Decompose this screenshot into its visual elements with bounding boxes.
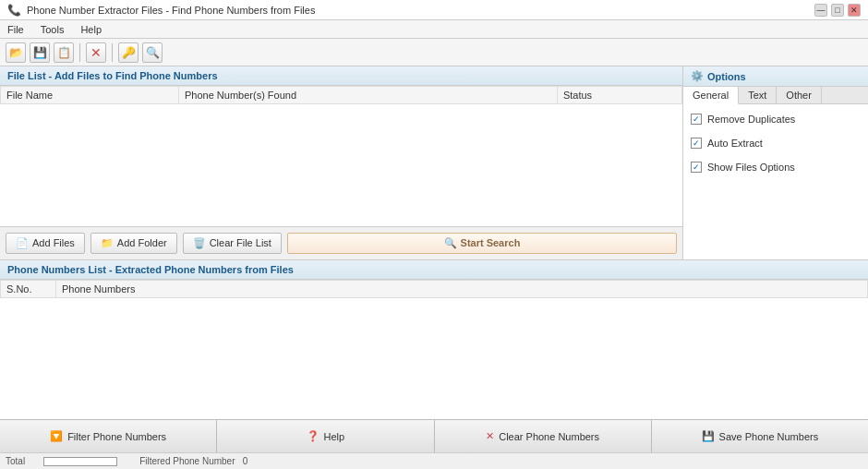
start-search-label: Start Search — [461, 237, 521, 248]
toolbar-separator — [79, 43, 80, 62]
clear-phone-button[interactable]: ✕ Clear Phone Numbers — [435, 420, 652, 452]
file-list-header: File List - Add Files to Find Phone Numb… — [0, 66, 682, 86]
add-files-label: Add Files — [32, 237, 75, 248]
tab-general[interactable]: General — [683, 87, 739, 104]
checkbox-show-files[interactable]: ✓ — [691, 162, 702, 173]
toolbar-save-button[interactable]: 💾 — [30, 42, 50, 63]
maximize-button[interactable]: □ — [831, 4, 844, 17]
menu-help[interactable]: Help — [77, 23, 105, 36]
col-numbers-found: Phone Number(s) Found — [179, 87, 558, 104]
toolbar-separator2 — [112, 43, 113, 62]
filtered-value: 0 — [243, 456, 248, 466]
clear-phone-label: Clear Phone Numbers — [499, 431, 599, 442]
toolbar-copy-button[interactable]: 📋 — [54, 42, 74, 63]
options-header: ⚙️ Options — [683, 66, 868, 87]
phone-table-wrap[interactable]: S.No. Phone Numbers — [0, 280, 868, 420]
checkbox-remove-duplicates[interactable]: ✓ — [691, 114, 702, 125]
col-sno: S.No. — [1, 280, 56, 297]
close-button[interactable]: ✕ — [848, 4, 861, 17]
save-phone-button[interactable]: 💾 Save Phone Numbers — [652, 420, 868, 452]
tab-other[interactable]: Other — [777, 87, 822, 103]
option-show-files[interactable]: ✓ Show Files Options — [691, 162, 861, 173]
tab-text[interactable]: Text — [739, 87, 777, 103]
start-search-button[interactable]: 🔍 Start Search — [287, 233, 677, 254]
options-content: ✓ Remove Duplicates ✓ Auto Extract ✓ Sho… — [683, 104, 868, 259]
clear-file-list-button[interactable]: 🗑️ Clear File List — [183, 233, 282, 254]
checkbox-auto-extract[interactable]: ✓ — [691, 138, 702, 149]
add-folder-button[interactable]: 📁 Add Folder — [90, 233, 177, 254]
status-bar: Total Filtered Phone Number 0 — [0, 452, 868, 469]
save-phone-label: Save Phone Numbers — [719, 431, 819, 442]
option-remove-duplicates[interactable]: ✓ Remove Duplicates — [691, 114, 861, 125]
label-show-files: Show Files Options — [707, 162, 795, 173]
options-tabs: General Text Other — [683, 87, 868, 104]
filter-label: Filter Phone Numbers — [67, 431, 166, 442]
menu-bar: File Tools Help — [0, 20, 868, 39]
help-label: Help — [324, 431, 345, 442]
clear-icon: 🗑️ — [193, 237, 206, 249]
total-label: Total — [6, 456, 25, 466]
main-content: File List - Add Files to Find Phone Numb… — [0, 66, 868, 452]
phone-list-panel: Phone Numbers List - Extracted Phone Num… — [0, 260, 868, 420]
file-action-bar: 📄 Add Files 📁 Add Folder 🗑️ Clear File L… — [0, 226, 682, 259]
phone-data-table: S.No. Phone Numbers — [0, 280, 868, 298]
toolbar-search-button[interactable]: 🔍 — [142, 42, 163, 63]
menu-tools[interactable]: Tools — [37, 23, 68, 36]
add-folder-icon: 📁 — [101, 237, 114, 249]
label-remove-duplicates: Remove Duplicates — [707, 114, 795, 125]
bottom-action-bar: 🔽 Filter Phone Numbers ❓ Help ✕ Clear Ph… — [0, 419, 868, 452]
save-phone-icon: 💾 — [702, 430, 715, 442]
add-folder-label: Add Folder — [117, 237, 167, 248]
filtered-label: Filtered Phone Number 0 — [139, 456, 247, 466]
menu-file[interactable]: File — [4, 23, 28, 36]
help-icon: ❓ — [307, 430, 319, 442]
search-icon: 🔍 — [444, 237, 457, 249]
add-files-icon: 📄 — [16, 237, 29, 249]
toolbar-key-button[interactable]: 🔑 — [118, 42, 139, 63]
filter-button[interactable]: 🔽 Filter Phone Numbers — [0, 420, 217, 452]
toolbar-clear-button[interactable]: ✕ — [86, 42, 106, 63]
upper-section: File List - Add Files to Find Phone Numb… — [0, 66, 868, 260]
total-progress — [43, 457, 121, 466]
file-table[interactable]: File Name Phone Number(s) Found Status — [0, 86, 682, 226]
options-gear-icon: ⚙️ — [691, 70, 704, 82]
lower-section: Phone Numbers List - Extracted Phone Num… — [0, 260, 868, 453]
option-auto-extract[interactable]: ✓ Auto Extract — [691, 138, 861, 149]
col-phone-numbers: Phone Numbers — [56, 280, 868, 297]
filter-icon: 🔽 — [50, 430, 63, 442]
label-auto-extract: Auto Extract — [707, 138, 763, 149]
minimize-button[interactable]: — — [814, 4, 827, 17]
options-title: Options — [707, 71, 746, 82]
clear-file-list-label: Clear File List — [210, 237, 271, 248]
window-title: Phone Number Extractor Files - Find Phon… — [27, 5, 315, 16]
options-panel: ⚙️ Options General Text Other ✓ Remove D… — [683, 66, 868, 259]
phone-list-header: Phone Numbers List - Extracted Phone Num… — [0, 260, 868, 280]
file-data-table: File Name Phone Number(s) Found Status — [0, 86, 682, 104]
help-button[interactable]: ❓ Help — [217, 420, 434, 452]
app-icon: 📞 — [7, 4, 21, 17]
col-filename: File Name — [1, 87, 179, 104]
title-bar: 📞 Phone Number Extractor Files - Find Ph… — [0, 0, 868, 20]
toolbar: 📂 💾 📋 ✕ 🔑 🔍 — [0, 39, 868, 66]
file-list-panel: File List - Add Files to Find Phone Numb… — [0, 66, 683, 259]
col-status: Status — [557, 87, 681, 104]
clear-phone-icon: ✕ — [486, 430, 494, 442]
toolbar-open-button[interactable]: 📂 — [6, 42, 26, 63]
add-files-button[interactable]: 📄 Add Files — [6, 233, 85, 254]
